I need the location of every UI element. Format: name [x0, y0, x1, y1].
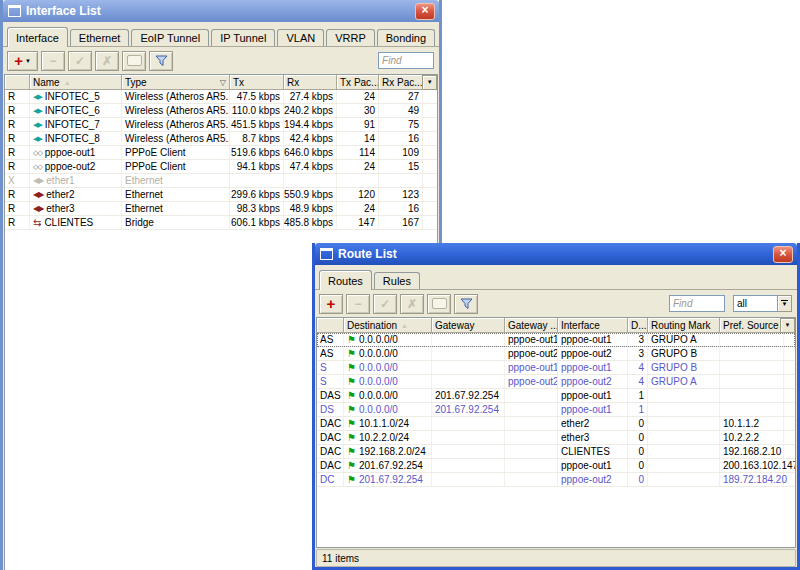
filter-button[interactable]: [149, 51, 173, 71]
sort-indicator-icon: ▲: [64, 79, 71, 86]
cell-filler: [784, 459, 795, 472]
route-row[interactable]: AS⚑0.0.0.0/0pppoe-out1pppoe-out13GRUPO A: [317, 333, 795, 347]
column-header-type[interactable]: Type▽: [122, 75, 230, 90]
tab-vlan[interactable]: VLAN: [277, 29, 324, 46]
find-input[interactable]: [378, 52, 434, 69]
cell-interface: pppoe-out2: [558, 473, 628, 486]
comment-button[interactable]: [122, 51, 146, 71]
add-button[interactable]: +: [319, 294, 343, 314]
filter-dropdown-button[interactable]: ▼: [777, 295, 792, 312]
cell-gateway2: pppoe-out2: [505, 347, 558, 360]
close-button[interactable]: ×: [773, 246, 793, 263]
column-header-interface[interactable]: Interface: [558, 318, 628, 333]
route-row[interactable]: S⚑0.0.0.0/0pppoe-out2pppoe-out24GRUPO A: [317, 375, 795, 389]
tab-interface[interactable]: Interface: [7, 27, 68, 47]
add-button[interactable]: +▼: [7, 51, 38, 71]
route-row[interactable]: DAC⚑10.1.1.0/24ether2010.1.1.2: [317, 417, 795, 431]
cell-tx: 94.1 kbps: [230, 160, 284, 173]
column-header-gateway2[interactable]: Gateway ...: [505, 318, 558, 333]
cell-rx: 42.4 kbps: [284, 132, 337, 145]
destination-address: 192.168.2.0/24: [359, 445, 426, 458]
cell-state: R: [5, 118, 30, 131]
cell-tx: 451.5 kbps: [230, 118, 284, 131]
tab-rules[interactable]: Rules: [374, 272, 420, 289]
route-row[interactable]: DAC⚑192.168.2.0/24CLIENTES0192.168.2.10: [317, 445, 795, 459]
column-header-rx_pac[interactable]: Rx Pac...: [379, 75, 423, 90]
cell-rx_pac: [379, 174, 423, 187]
cell-state: S: [317, 375, 344, 388]
destination-address: 10.2.2.0/24: [359, 431, 409, 444]
column-header-tx[interactable]: Tx: [230, 75, 284, 90]
interface-row[interactable]: R◇◇pppoe-out1PPPoE Client519.6 kbps646.0…: [5, 146, 437, 160]
column-selector-button[interactable]: ▼: [780, 318, 795, 333]
disable-button[interactable]: ✗: [400, 294, 424, 314]
column-header-destination[interactable]: Destination▲: [344, 318, 432, 333]
comment-button[interactable]: [427, 294, 451, 314]
filter-dropdown[interactable]: all ▼: [733, 295, 792, 312]
interface-row[interactable]: R◀▶INFOTEC_8Wireless (Atheros AR5...8.7 …: [5, 132, 437, 146]
route-list-titlebar[interactable]: Route List ×: [315, 243, 797, 265]
find-input[interactable]: [669, 295, 725, 312]
route-row[interactable]: DAC⚑10.2.2.0/24ether3010.2.2.2: [317, 431, 795, 445]
interface-row[interactable]: R◀▶INFOTEC_7Wireless (Atheros AR5...451.…: [5, 118, 437, 132]
route-row[interactable]: DAC⚑201.67.92.254pppoe-out10200.163.102.…: [317, 459, 795, 473]
interface-row[interactable]: R◀▶INFOTEC_5Wireless (Atheros AR5...47.5…: [5, 90, 437, 104]
check-icon: ✓: [75, 54, 85, 68]
cell-gateway2: [505, 417, 558, 430]
column-header-state[interactable]: [317, 318, 344, 333]
column-header-gateway[interactable]: Gateway: [432, 318, 505, 333]
filter-button[interactable]: [454, 294, 478, 314]
enable-button[interactable]: ✓: [68, 51, 92, 71]
tab-ip-tunnel[interactable]: IP Tunnel: [211, 29, 275, 46]
interface-name: ether2: [46, 188, 74, 201]
tab-vrrp[interactable]: VRRP: [326, 29, 375, 46]
column-header-routing_mark[interactable]: Routing Mark: [648, 318, 720, 333]
cell-state: R: [5, 188, 30, 201]
tab-routes[interactable]: Routes: [319, 270, 372, 290]
cell-tx: 8.7 kbps: [230, 132, 284, 145]
cell-tx: 98.3 kbps: [230, 202, 284, 215]
remove-button[interactable]: −: [41, 51, 65, 71]
cell-rx_pac: 49: [379, 104, 423, 117]
column-selector-button[interactable]: ▼: [422, 75, 437, 90]
cell-routing_mark: GRUPO B: [648, 347, 720, 360]
cell-tx: 519.6 kbps: [230, 146, 284, 159]
interface-name: INFOTEC_7: [45, 118, 100, 131]
tab-ethernet[interactable]: Ethernet: [70, 29, 130, 46]
column-header-tx_pac[interactable]: Tx Pac...: [337, 75, 379, 90]
route-row[interactable]: DS⚑0.0.0.0/0201.67.92.254pppoe-out11: [317, 403, 795, 417]
interface-row[interactable]: R◀▶ether3Ethernet98.3 kbps48.9 kbps2416: [5, 202, 437, 216]
route-row[interactable]: DC⚑201.67.92.254pppoe-out20189.72.184.20: [317, 473, 795, 487]
remove-button[interactable]: −: [346, 294, 370, 314]
interface-row[interactable]: R⇆CLIENTESBridge606.1 kbps485.8 kbps1471…: [5, 216, 437, 230]
interface-row[interactable]: X◀▶ether1Ethernet: [5, 174, 437, 188]
cell-pref_source: 200.163.102.147: [720, 459, 784, 472]
cell-routing_mark: [648, 403, 720, 416]
cell-gateway2: [505, 459, 558, 472]
cell-gateway2: [505, 431, 558, 444]
cell-type: Ethernet: [122, 188, 230, 201]
route-row[interactable]: AS⚑0.0.0.0/0pppoe-out2pppoe-out23GRUPO B: [317, 347, 795, 361]
enable-button[interactable]: ✓: [373, 294, 397, 314]
close-button[interactable]: ×: [415, 3, 435, 20]
column-header-pref_source[interactable]: Pref. Source: [720, 318, 784, 333]
disable-button[interactable]: ✗: [95, 51, 119, 71]
status-bar: 11 items: [316, 549, 796, 567]
interface-name: INFOTEC_8: [45, 132, 100, 145]
interface-list-titlebar[interactable]: Interface List ×: [3, 0, 439, 22]
destination-address: 201.67.92.254: [359, 473, 423, 486]
column-header-d[interactable]: D...: [628, 318, 648, 333]
column-label: Pref. Source: [723, 320, 779, 331]
route-row[interactable]: DAS⚑0.0.0.0/0201.67.92.254pppoe-out11: [317, 389, 795, 403]
tab-bonding[interactable]: Bonding: [377, 29, 435, 46]
route-row[interactable]: S⚑0.0.0.0/0pppoe-out1pppoe-out14GRUPO B: [317, 361, 795, 375]
interface-row[interactable]: R◀▶INFOTEC_6Wireless (Atheros AR5...110.…: [5, 104, 437, 118]
interface-row[interactable]: R◀▶ether2Ethernet299.6 kbps550.9 kbps120…: [5, 188, 437, 202]
column-header-rx[interactable]: Rx: [284, 75, 337, 90]
interface-row[interactable]: R◇◇pppoe-out2PPPoE Client94.1 kbps47.4 k…: [5, 160, 437, 174]
column-header-state[interactable]: [5, 75, 30, 90]
tab-eoip-tunnel[interactable]: EoIP Tunnel: [131, 29, 209, 46]
column-header-name[interactable]: Name▲: [30, 75, 122, 90]
cell-name: ◀▶INFOTEC_5: [30, 90, 122, 103]
column-label: Rx Pac...: [382, 77, 423, 88]
